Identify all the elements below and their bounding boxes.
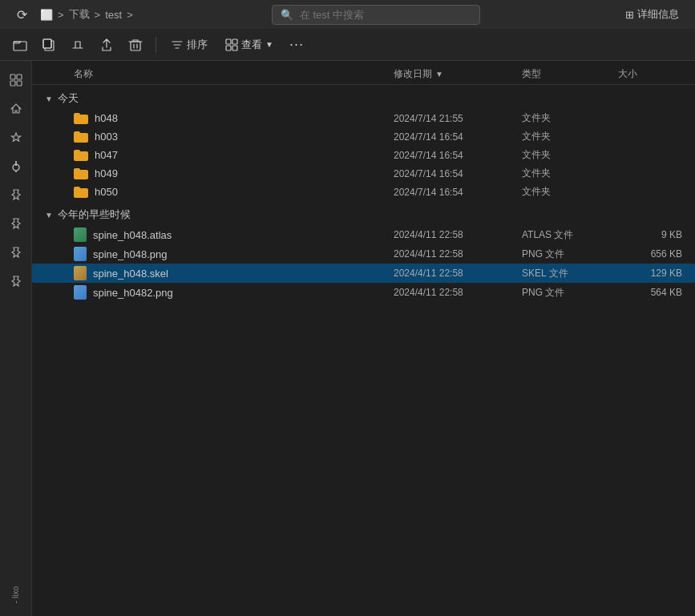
file-name-cell-h048: h048 [74, 112, 394, 124]
file-row-h003[interactable]: h003 2024/7/14 16:54 文件夹 [32, 127, 695, 146]
file-type-h049: 文件夹 [522, 167, 618, 180]
search-box[interactable]: 🔍 [272, 5, 480, 25]
file-row-skel[interactable]: spine_h048.skel 2024/4/11 22:58 SKEL 文件 … [32, 264, 695, 283]
col-header-size[interactable]: 大小 [618, 67, 682, 81]
new-folder-button[interactable] [8, 33, 32, 57]
svg-rect-2 [43, 39, 51, 48]
details-button-group: ⊞ 详细信息 [619, 3, 685, 26]
file-name-cell-png1: spine_h048.png [74, 247, 394, 261]
breadcrumb-chevron-2: > [95, 9, 101, 21]
file-type-png1: PNG 文件 [522, 248, 618, 261]
svg-rect-5 [226, 39, 231, 44]
file-name-cell-h050: h050 [74, 186, 394, 198]
png1-file-icon [74, 247, 87, 261]
file-date-png2: 2024/4/11 22:58 [394, 287, 522, 298]
breadcrumb-monitor-icon: ⬜ [40, 9, 53, 21]
file-date-h047: 2024/7/14 16:54 [394, 150, 522, 161]
section-earlier-chevron: ▼ [45, 211, 53, 219]
file-name-cell-h003: h003 [74, 131, 394, 143]
details-label: 详细信息 [637, 7, 679, 22]
folder-icon-h003 [74, 131, 88, 143]
copy-button[interactable] [37, 33, 61, 57]
section-today-label: 今天 [58, 91, 79, 106]
search-area: 🔍 [139, 5, 612, 25]
breadcrumb-test[interactable]: test [105, 9, 122, 21]
file-row-png2[interactable]: spine_h0482.png 2024/4/11 22:58 PNG 文件 5… [32, 283, 695, 302]
sidebar-icon-pin-6[interactable] [3, 269, 29, 295]
section-earlier-label: 今年的早些时候 [58, 207, 131, 222]
sidebar-icon-home[interactable] [3, 96, 29, 122]
search-input[interactable] [300, 9, 471, 21]
atlas-file-icon [74, 227, 87, 242]
col-header-type[interactable]: 类型 [522, 67, 618, 81]
svg-rect-12 [17, 81, 22, 86]
file-row-h047[interactable]: h047 2024/7/14 16:54 文件夹 [32, 146, 695, 164]
file-name-h048: h048 [95, 112, 118, 124]
file-type-h050: 文件夹 [522, 185, 618, 199]
details-button[interactable]: ⊞ 详细信息 [619, 3, 685, 26]
file-name-h047: h047 [95, 149, 118, 161]
file-type-h048: 文件夹 [522, 111, 618, 125]
skel-file-icon [74, 266, 87, 280]
refresh-button[interactable]: ⟳ [10, 2, 34, 26]
sidebar-icon-pin-5[interactable] [3, 240, 29, 266]
col-header-name[interactable]: 名称 [74, 67, 394, 81]
breadcrumb-chevron-1: > [58, 9, 64, 21]
file-size-skel: 129 KB [618, 268, 682, 279]
file-name-atlas: spine_h048.atlas [93, 229, 172, 241]
file-type-png2: PNG 文件 [522, 286, 618, 300]
sidebar-user-area: - lixo [11, 580, 20, 610]
file-name-h003: h003 [95, 131, 118, 143]
file-type-h047: 文件夹 [522, 148, 618, 162]
file-name-cell-png2: spine_h0482.png [74, 285, 394, 300]
rename-button[interactable] [66, 33, 90, 57]
view-button[interactable]: 查看 ▼ [219, 34, 280, 56]
section-today-header[interactable]: ▼ 今天 [32, 85, 695, 109]
col-header-date[interactable]: 修改日期 ▼ [394, 67, 522, 81]
search-icon: 🔍 [281, 9, 293, 21]
sidebar-icon-pin-2[interactable] [3, 154, 29, 179]
section-earlier-header[interactable]: ▼ 今年的早些时候 [32, 201, 695, 225]
sidebar-icon-pin-4[interactable] [3, 211, 29, 237]
svg-rect-9 [10, 74, 15, 79]
file-date-h050: 2024/7/14 16:54 [394, 187, 522, 198]
file-type-h003: 文件夹 [522, 130, 618, 143]
more-icon: ··· [289, 36, 304, 53]
svg-rect-7 [226, 46, 231, 50]
sort-desc-icon: ▼ [435, 70, 443, 79]
file-row-h050[interactable]: h050 2024/7/14 16:54 文件夹 [32, 183, 695, 201]
breadcrumb-chevron-3: > [127, 9, 133, 21]
folder-icon-h049 [74, 168, 88, 179]
delete-button[interactable] [123, 33, 147, 57]
svg-rect-10 [17, 74, 22, 79]
file-type-atlas: ATLAS 文件 [522, 228, 618, 242]
file-row-atlas[interactable]: spine_h048.atlas 2024/4/11 22:58 ATLAS 文… [32, 225, 695, 244]
breadcrumb-download[interactable]: 下载 [69, 7, 90, 22]
file-name-cell-skel: spine_h048.skel [74, 266, 394, 280]
sidebar-user-label: - lixo [11, 586, 20, 603]
folder-icon-h047 [74, 150, 88, 161]
view-chevron-icon: ▼ [265, 40, 273, 49]
sidebar-icon-pin-3[interactable] [3, 183, 29, 208]
sort-label: 排序 [187, 38, 208, 52]
file-list[interactable]: 名称 修改日期 ▼ 类型 大小 ▼ 今天 h048 2024/7/14 21 [32, 61, 695, 616]
file-row-h049[interactable]: h049 2024/7/14 16:54 文件夹 [32, 164, 695, 183]
file-name-png2: spine_h0482.png [93, 287, 173, 299]
sidebar-icon-pin-1[interactable] [3, 125, 29, 151]
file-date-atlas: 2024/4/11 22:58 [394, 229, 522, 240]
svg-rect-4 [131, 42, 140, 50]
file-row-h048[interactable]: h048 2024/7/14 21:55 文件夹 [32, 109, 695, 127]
share-button[interactable] [95, 33, 119, 57]
more-button[interactable]: ··· [285, 33, 309, 57]
folder-icon-h048 [74, 113, 88, 124]
breadcrumb: ⬜ > 下载 > test > [40, 7, 133, 22]
file-date-h049: 2024/7/14 16:54 [394, 168, 522, 179]
file-name-skel: spine_h048.skel [93, 268, 168, 280]
sort-button[interactable]: 排序 [164, 34, 214, 56]
title-bar: ⟳ ⬜ > 下载 > test > 🔍 ⊞ 详细信息 [0, 0, 695, 29]
file-size-png2: 564 KB [618, 287, 682, 298]
view-label: 查看 [241, 38, 262, 52]
file-row-png1[interactable]: spine_h048.png 2024/4/11 22:58 PNG 文件 65… [32, 244, 695, 264]
sidebar-icon-grid[interactable] [3, 67, 29, 93]
svg-rect-8 [232, 46, 237, 50]
